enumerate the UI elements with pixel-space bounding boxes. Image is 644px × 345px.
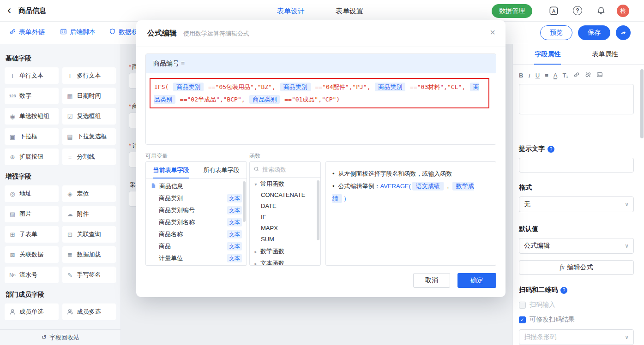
field-type-linked-data[interactable]: ⊠关联数据 [5, 246, 59, 263]
field-type-subform[interactable]: ⊞子表单 [5, 226, 59, 243]
field-type-extend-button[interactable]: ⊕扩展按钮 [5, 149, 59, 165]
function-group-text[interactable]: ▸ 文本函数 [250, 258, 320, 266]
backend-script-button[interactable]: 后端脚本 [60, 28, 96, 36]
variable-row[interactable]: 商品类别编号文本 [146, 204, 247, 216]
field-type-dropdown[interactable]: ▣下拉框 [5, 128, 59, 145]
confirm-button[interactable]: 确定 [457, 273, 496, 288]
close-icon[interactable]: × [490, 28, 495, 37]
tab-form-design[interactable]: 表单设计 [277, 7, 305, 16]
hint-text-input[interactable] [519, 158, 634, 172]
bell-icon[interactable] [596, 6, 606, 16]
insert-image-icon[interactable] [596, 71, 603, 80]
field-type-single-line-text[interactable]: T单行文本 [5, 67, 59, 84]
field-type-number[interactable]: 123数字 [5, 88, 59, 104]
scan-modify-option[interactable]: ✓ 可修改扫码结果 [519, 315, 634, 324]
function-item-concatenate[interactable]: CONCATENATE [250, 190, 320, 201]
field-type-linked-query[interactable]: ⊡关联查询 [62, 226, 116, 243]
preview-button[interactable]: 预览 [540, 25, 572, 40]
remove-link-icon[interactable] [585, 71, 591, 80]
field-type-divider[interactable]: ≡分割线 [62, 149, 116, 165]
field-type-image[interactable]: ▨图片 [5, 206, 59, 222]
document-icon [150, 183, 156, 190]
back-button[interactable]: ‹ [7, 4, 11, 16]
field-type-multi-line-text[interactable]: T多行文本 [62, 67, 116, 84]
caret-right-icon: ▸ [253, 261, 258, 266]
field-pill[interactable]: 商品类别 [249, 95, 280, 104]
required-star: * [129, 103, 131, 110]
function-search-input[interactable] [262, 166, 317, 173]
function-item-mapx[interactable]: MAPX [250, 223, 320, 234]
share-button[interactable] [616, 25, 631, 40]
tab-current-form-fields[interactable]: 当前表单字段 [146, 162, 196, 178]
scan-input-checkbox[interactable] [519, 302, 526, 309]
data-manage-button[interactable]: 数据管理 [492, 4, 532, 18]
default-value-select[interactable]: 公式编辑 ∨ [519, 238, 634, 254]
cancel-button[interactable]: 取消 [413, 273, 450, 288]
field-type-dropdown-multi[interactable]: ▤下拉复选框 [62, 128, 116, 145]
field-description-editor[interactable] [519, 84, 634, 114]
variable-row[interactable]: 商品类别文本 [146, 192, 247, 204]
align-icon[interactable]: ≡ [545, 72, 548, 79]
function-item-if[interactable]: IF [250, 212, 320, 223]
field-type-address[interactable]: ◎地址 [5, 185, 59, 202]
radio-icon: ◉ [9, 113, 16, 120]
form-external-link-button[interactable]: 表单外链 [9, 28, 45, 36]
recycle-label: 字段回收站 [49, 333, 79, 342]
language-icon[interactable]: A [548, 6, 559, 16]
variables-scrollbar[interactable] [243, 181, 246, 222]
bold-icon[interactable]: B [519, 72, 523, 79]
edit-formula-label: 编辑公式 [567, 263, 593, 272]
function-search[interactable] [250, 162, 320, 178]
tab-form-properties[interactable]: 表单属性 [577, 44, 634, 64]
scan-type-select[interactable]: 扫描条形码 ∨ [519, 329, 634, 345]
avatar[interactable]: 检 [617, 5, 629, 17]
field-type-serial-number[interactable]: №流水号 [5, 267, 59, 283]
scan-input-option[interactable]: 扫码输入 [519, 301, 634, 309]
variable-row[interactable]: 商品文本 [146, 240, 247, 252]
field-type-signature[interactable]: ✎手写签名 [62, 267, 116, 283]
function-group-common[interactable]: ▾ 常用函数 [250, 178, 320, 190]
tab-form-settings[interactable]: 表单设置 [336, 7, 363, 16]
formula-input-area[interactable]: IFS( 商品类别 =="05包装用品","BZ", 商品类别 =="04配件"… [146, 73, 496, 145]
field-type-attachment[interactable]: ☁附件 [62, 206, 116, 222]
field-type-radio-group[interactable]: ◉单选按钮组 [5, 108, 59, 125]
field-recycle-bin[interactable]: ↺ 字段回收站 [0, 329, 121, 345]
variable-row[interactable]: 商品名称文本 [146, 228, 247, 240]
italic-icon[interactable]: I [528, 72, 530, 79]
hint-help-icon[interactable]: ? [548, 146, 554, 153]
field-type-label: 地址 [19, 190, 31, 198]
font-color-icon[interactable]: A [554, 72, 558, 79]
field-type-member-single[interactable]: 成员单选 [5, 303, 59, 320]
function-group-math[interactable]: ▸ 数学函数 [250, 246, 320, 257]
function-item-date[interactable]: DATE [250, 201, 320, 212]
field-pill[interactable]: 商品类别 [280, 83, 311, 91]
field-type-data-load[interactable]: ≣数据加载 [62, 246, 116, 263]
help-icon[interactable]: ? [573, 6, 582, 15]
variable-row[interactable]: 商品类别名称文本 [146, 216, 247, 228]
page-scrollbar[interactable] [640, 69, 644, 138]
font-size-icon[interactable]: T₁ [562, 72, 568, 79]
field-type-checkbox-group[interactable]: ☑复选框组 [62, 108, 116, 125]
scan-help-icon[interactable]: ? [560, 287, 567, 294]
function-item-sum[interactable]: SUM [250, 234, 320, 245]
field-type-label: 附件 [77, 210, 89, 218]
tab-field-properties[interactable]: 字段属性 [519, 44, 577, 64]
edit-formula-button[interactable]: fx 编辑公式 [519, 260, 634, 275]
save-button[interactable]: 保存 [578, 25, 610, 40]
functions-scrollbar[interactable] [317, 180, 319, 240]
field-pill[interactable]: 商品类别 [375, 83, 405, 91]
field-type-datetime[interactable]: ▦日期时间 [62, 88, 116, 104]
field-pill[interactable]: 商品类别 [173, 83, 204, 91]
field-type-member-multi[interactable]: 成员多选 [62, 303, 116, 320]
formula-expression[interactable]: IFS( 商品类别 =="05包装用品","BZ", 商品类别 =="04配件"… [150, 78, 489, 108]
insert-link-icon[interactable] [573, 71, 580, 80]
underline-icon[interactable]: U [536, 72, 540, 79]
scan-modify-checkbox[interactable]: ✓ [519, 316, 526, 323]
variables-group-row[interactable]: 商品信息 [146, 178, 247, 192]
tab-all-form-fields[interactable]: 所有表单字段 [196, 162, 247, 178]
function-group-label: 文本函数 [260, 259, 284, 266]
modal-subtitle: 使用数学运算符编辑公式 [183, 30, 249, 38]
field-type-location[interactable]: ◈定位 [62, 185, 116, 202]
variable-row[interactable]: 计量单位文本 [146, 252, 247, 264]
format-select[interactable]: 无 ∨ [519, 196, 634, 212]
